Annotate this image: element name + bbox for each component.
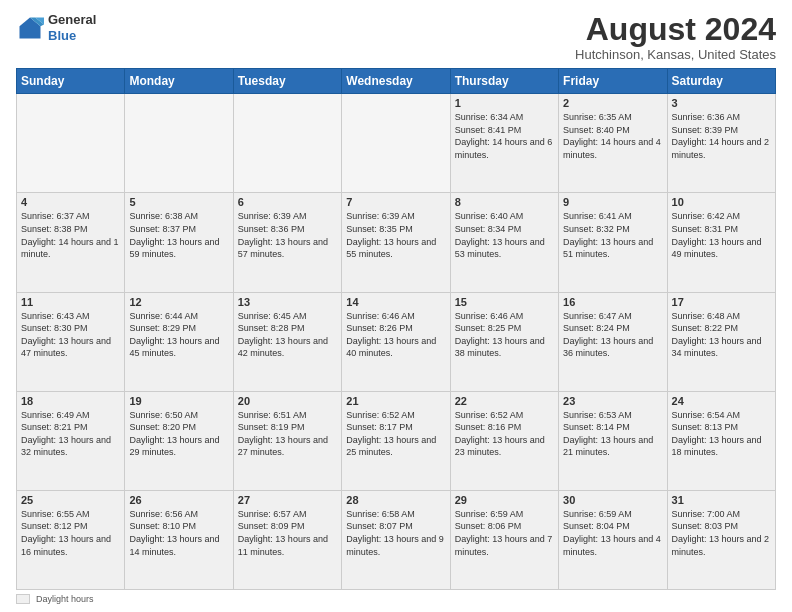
calendar-week-row: 25Sunrise: 6:55 AMSunset: 8:12 PMDayligh… <box>17 490 776 589</box>
col-monday: Monday <box>125 69 233 94</box>
table-row: 17Sunrise: 6:48 AMSunset: 8:22 PMDayligh… <box>667 292 775 391</box>
day-info: Sunrise: 6:56 AMSunset: 8:10 PMDaylight:… <box>129 508 228 558</box>
day-number: 11 <box>21 296 120 308</box>
logo: General Blue <box>16 12 96 43</box>
day-info: Sunrise: 6:51 AMSunset: 8:19 PMDaylight:… <box>238 409 337 459</box>
day-info: Sunrise: 6:47 AMSunset: 8:24 PMDaylight:… <box>563 310 662 360</box>
day-info: Sunrise: 6:43 AMSunset: 8:30 PMDaylight:… <box>21 310 120 360</box>
location: Hutchinson, Kansas, United States <box>575 47 776 62</box>
logo-blue: Blue <box>48 28 96 44</box>
col-tuesday: Tuesday <box>233 69 341 94</box>
day-number: 31 <box>672 494 771 506</box>
day-number: 12 <box>129 296 228 308</box>
day-info: Sunrise: 6:49 AMSunset: 8:21 PMDaylight:… <box>21 409 120 459</box>
day-info: Sunrise: 7:00 AMSunset: 8:03 PMDaylight:… <box>672 508 771 558</box>
day-info: Sunrise: 6:59 AMSunset: 8:04 PMDaylight:… <box>563 508 662 558</box>
table-row: 23Sunrise: 6:53 AMSunset: 8:14 PMDayligh… <box>559 391 667 490</box>
day-number: 27 <box>238 494 337 506</box>
table-row: 24Sunrise: 6:54 AMSunset: 8:13 PMDayligh… <box>667 391 775 490</box>
day-number: 30 <box>563 494 662 506</box>
table-row: 18Sunrise: 6:49 AMSunset: 8:21 PMDayligh… <box>17 391 125 490</box>
table-row: 5Sunrise: 6:38 AMSunset: 8:37 PMDaylight… <box>125 193 233 292</box>
day-number: 26 <box>129 494 228 506</box>
day-info: Sunrise: 6:54 AMSunset: 8:13 PMDaylight:… <box>672 409 771 459</box>
day-number: 14 <box>346 296 445 308</box>
calendar-week-row: 1Sunrise: 6:34 AMSunset: 8:41 PMDaylight… <box>17 94 776 193</box>
day-info: Sunrise: 6:58 AMSunset: 8:07 PMDaylight:… <box>346 508 445 558</box>
table-row: 3Sunrise: 6:36 AMSunset: 8:39 PMDaylight… <box>667 94 775 193</box>
day-info: Sunrise: 6:39 AMSunset: 8:36 PMDaylight:… <box>238 210 337 260</box>
table-row: 12Sunrise: 6:44 AMSunset: 8:29 PMDayligh… <box>125 292 233 391</box>
day-info: Sunrise: 6:46 AMSunset: 8:26 PMDaylight:… <box>346 310 445 360</box>
table-row: 8Sunrise: 6:40 AMSunset: 8:34 PMDaylight… <box>450 193 558 292</box>
calendar: Sunday Monday Tuesday Wednesday Thursday… <box>16 68 776 590</box>
table-row: 29Sunrise: 6:59 AMSunset: 8:06 PMDayligh… <box>450 490 558 589</box>
table-row: 6Sunrise: 6:39 AMSunset: 8:36 PMDaylight… <box>233 193 341 292</box>
day-number: 17 <box>672 296 771 308</box>
table-row: 15Sunrise: 6:46 AMSunset: 8:25 PMDayligh… <box>450 292 558 391</box>
table-row: 30Sunrise: 6:59 AMSunset: 8:04 PMDayligh… <box>559 490 667 589</box>
day-info: Sunrise: 6:38 AMSunset: 8:37 PMDaylight:… <box>129 210 228 260</box>
day-info: Sunrise: 6:37 AMSunset: 8:38 PMDaylight:… <box>21 210 120 260</box>
day-number: 29 <box>455 494 554 506</box>
day-info: Sunrise: 6:59 AMSunset: 8:06 PMDaylight:… <box>455 508 554 558</box>
table-row: 9Sunrise: 6:41 AMSunset: 8:32 PMDaylight… <box>559 193 667 292</box>
day-number: 24 <box>672 395 771 407</box>
day-number: 6 <box>238 196 337 208</box>
day-info: Sunrise: 6:40 AMSunset: 8:34 PMDaylight:… <box>455 210 554 260</box>
day-number: 10 <box>672 196 771 208</box>
table-row: 21Sunrise: 6:52 AMSunset: 8:17 PMDayligh… <box>342 391 450 490</box>
calendar-week-row: 11Sunrise: 6:43 AMSunset: 8:30 PMDayligh… <box>17 292 776 391</box>
table-row: 2Sunrise: 6:35 AMSunset: 8:40 PMDaylight… <box>559 94 667 193</box>
calendar-week-row: 18Sunrise: 6:49 AMSunset: 8:21 PMDayligh… <box>17 391 776 490</box>
table-row <box>342 94 450 193</box>
day-number: 5 <box>129 196 228 208</box>
day-number: 20 <box>238 395 337 407</box>
day-info: Sunrise: 6:50 AMSunset: 8:20 PMDaylight:… <box>129 409 228 459</box>
day-number: 28 <box>346 494 445 506</box>
day-number: 8 <box>455 196 554 208</box>
day-number: 1 <box>455 97 554 109</box>
logo-icon <box>16 14 44 42</box>
page: General Blue August 2024 Hutchinson, Kan… <box>0 0 792 612</box>
month-title: August 2024 <box>575 12 776 47</box>
col-sunday: Sunday <box>17 69 125 94</box>
day-info: Sunrise: 6:35 AMSunset: 8:40 PMDaylight:… <box>563 111 662 161</box>
day-info: Sunrise: 6:41 AMSunset: 8:32 PMDaylight:… <box>563 210 662 260</box>
table-row: 27Sunrise: 6:57 AMSunset: 8:09 PMDayligh… <box>233 490 341 589</box>
day-info: Sunrise: 6:55 AMSunset: 8:12 PMDaylight:… <box>21 508 120 558</box>
day-info: Sunrise: 6:34 AMSunset: 8:41 PMDaylight:… <box>455 111 554 161</box>
table-row: 7Sunrise: 6:39 AMSunset: 8:35 PMDaylight… <box>342 193 450 292</box>
day-number: 16 <box>563 296 662 308</box>
day-number: 13 <box>238 296 337 308</box>
day-number: 15 <box>455 296 554 308</box>
table-row <box>125 94 233 193</box>
table-row: 22Sunrise: 6:52 AMSunset: 8:16 PMDayligh… <box>450 391 558 490</box>
title-block: August 2024 Hutchinson, Kansas, United S… <box>575 12 776 62</box>
legend-label: Daylight hours <box>36 594 94 604</box>
legend: Daylight hours <box>16 594 776 604</box>
calendar-header-row: Sunday Monday Tuesday Wednesday Thursday… <box>17 69 776 94</box>
table-row: 10Sunrise: 6:42 AMSunset: 8:31 PMDayligh… <box>667 193 775 292</box>
table-row <box>233 94 341 193</box>
day-info: Sunrise: 6:44 AMSunset: 8:29 PMDaylight:… <box>129 310 228 360</box>
col-saturday: Saturday <box>667 69 775 94</box>
table-row: 1Sunrise: 6:34 AMSunset: 8:41 PMDaylight… <box>450 94 558 193</box>
day-number: 25 <box>21 494 120 506</box>
day-number: 21 <box>346 395 445 407</box>
header: General Blue August 2024 Hutchinson, Kan… <box>16 12 776 62</box>
day-number: 3 <box>672 97 771 109</box>
day-number: 22 <box>455 395 554 407</box>
table-row: 25Sunrise: 6:55 AMSunset: 8:12 PMDayligh… <box>17 490 125 589</box>
day-info: Sunrise: 6:48 AMSunset: 8:22 PMDaylight:… <box>672 310 771 360</box>
table-row: 28Sunrise: 6:58 AMSunset: 8:07 PMDayligh… <box>342 490 450 589</box>
table-row: 11Sunrise: 6:43 AMSunset: 8:30 PMDayligh… <box>17 292 125 391</box>
table-row <box>17 94 125 193</box>
day-info: Sunrise: 6:57 AMSunset: 8:09 PMDaylight:… <box>238 508 337 558</box>
day-number: 18 <box>21 395 120 407</box>
day-number: 19 <box>129 395 228 407</box>
table-row: 31Sunrise: 7:00 AMSunset: 8:03 PMDayligh… <box>667 490 775 589</box>
day-number: 4 <box>21 196 120 208</box>
day-info: Sunrise: 6:52 AMSunset: 8:16 PMDaylight:… <box>455 409 554 459</box>
legend-box <box>16 594 30 604</box>
